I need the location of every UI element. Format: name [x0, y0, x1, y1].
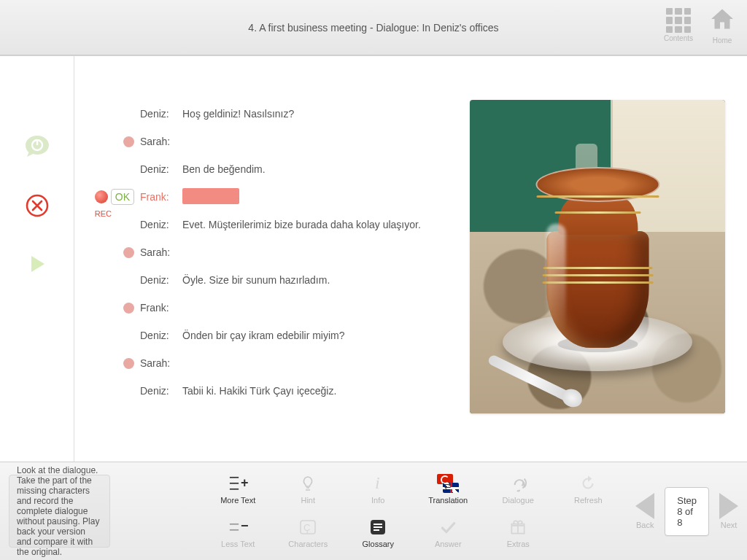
top-bar: 4. A first business meeting - Dialogue: …	[0, 0, 747, 55]
next-button[interactable]: Next	[719, 493, 738, 529]
characters-label: Characters	[288, 540, 328, 548]
dialogue-row: RECOKFrank:	[89, 183, 448, 211]
svg-text:Ç: Ç	[303, 522, 310, 533]
refresh-button[interactable]: Refresh	[555, 469, 621, 510]
line-text: Evet. Müşterilerimiz bize burada daha ko…	[181, 219, 448, 230]
lesson-image	[470, 100, 725, 413]
info-button[interactable]: i Info	[345, 469, 411, 510]
next-label: Next	[721, 521, 738, 529]
answer-pill[interactable]	[182, 188, 239, 204]
record-cell	[89, 136, 140, 147]
speaker-label: Deniz:	[140, 108, 181, 120]
characters-button[interactable]: Ç Characters	[275, 513, 341, 553]
translation-label: Translation	[428, 496, 468, 505]
refresh-label: Refresh	[574, 496, 603, 505]
translation-flags-icon: ⇄	[437, 474, 459, 493]
record-cell: RECOK	[89, 189, 140, 205]
record-dot-icon[interactable]	[123, 358, 134, 369]
characters-icon: Ç	[297, 518, 319, 537]
line-text: Ben de beğendim.	[181, 163, 448, 175]
svg-rect-9	[374, 529, 379, 531]
extras-label: Extras	[507, 540, 530, 548]
dialogue-row: Deniz:Öyle. Size bir sunum hazırladım.	[89, 266, 448, 294]
record-cell	[89, 303, 140, 314]
instruction-box: Look at the dialogue. Take the part of t…	[9, 475, 110, 548]
dialogue-row: Sarah:	[89, 128, 448, 155]
refresh-icon	[577, 474, 599, 493]
check-icon	[437, 518, 459, 537]
dialogue-row: Deniz:Evet. Müşterilerimiz bize burada d…	[89, 211, 448, 238]
step-indicator[interactable]: Step 8 of 8	[665, 487, 709, 536]
glossary-label: Glossary	[363, 540, 394, 548]
page-title: 4. A first business meeting - Dialogue: …	[248, 22, 498, 34]
play-button[interactable]	[23, 249, 52, 279]
plus-icon: +	[241, 475, 249, 491]
line-text: Tabii ki. Hakiki Türk Çayı içeceğiz.	[181, 385, 448, 397]
speaker-label: Deniz:	[140, 330, 181, 341]
speaker-label: Sarah:	[140, 357, 181, 369]
dialogue-button[interactable]: Dialogue	[485, 469, 551, 510]
answer-label: Answer	[435, 540, 462, 548]
arrow-left-icon	[635, 493, 654, 519]
speaker-label: Deniz:	[140, 385, 181, 397]
record-dot-icon[interactable]	[123, 136, 134, 147]
extras-button[interactable]: Extras	[485, 513, 551, 553]
record-dot-icon[interactable]	[123, 303, 134, 314]
less-text-icon: ━━━━	[230, 521, 239, 533]
arrow-right-icon	[719, 493, 738, 519]
tool-grid: ━━━━━━+ More Text Hint i Info ⇄ Translat…	[125, 469, 621, 553]
record-dot-icon[interactable]	[123, 247, 134, 258]
record-cell	[89, 358, 140, 369]
more-text-button[interactable]: ━━━━━━+ More Text	[205, 469, 271, 510]
home-icon	[709, 6, 735, 35]
less-text-button[interactable]: ━━━━− Less Text	[205, 513, 271, 553]
cancel-button[interactable]	[23, 191, 52, 220]
hint-label: Hint	[301, 496, 315, 505]
more-text-label: More Text	[220, 496, 255, 505]
ok-button[interactable]: OK	[111, 189, 134, 205]
speaker-label: Deniz:	[140, 219, 181, 230]
minus-icon: −	[241, 518, 249, 534]
lightbulb-icon	[297, 474, 319, 493]
content-area: Deniz:Hoş geldiniz! Nasılsınız?Sarah:Den…	[0, 55, 747, 462]
playback-toggle-button[interactable]	[23, 133, 52, 162]
dialogue-row: Frank:	[89, 294, 448, 322]
info-label: Info	[371, 496, 384, 505]
top-right-controls: Contents Home	[664, 6, 735, 44]
grid-icon	[666, 8, 691, 33]
dialogue-row: Deniz:Önden bir çay ikram edebilir miyim…	[89, 322, 448, 349]
dialogue-row: Sarah:	[89, 349, 448, 377]
translation-button[interactable]: ⇄ Translation	[415, 469, 481, 510]
bottom-bar: Look at the dialogue. Take the part of t…	[0, 462, 747, 560]
back-button[interactable]: Back	[635, 493, 654, 529]
home-button[interactable]: Home	[709, 6, 735, 44]
record-indicator-icon[interactable]	[95, 190, 108, 203]
home-label: Home	[713, 36, 732, 44]
line-text	[181, 188, 448, 206]
left-rail	[0, 56, 74, 462]
answer-button[interactable]: Answer	[415, 513, 481, 553]
hint-button[interactable]: Hint	[275, 469, 341, 510]
speaker-label: Deniz:	[140, 163, 181, 175]
glossary-button[interactable]: Glossary	[345, 513, 411, 553]
speaker-label: Frank:	[140, 302, 181, 314]
svg-text:i: i	[375, 474, 380, 492]
line-text: Öyle. Size bir sunum hazırladım.	[181, 274, 448, 286]
glossary-icon	[367, 518, 389, 537]
audio-ear-icon	[507, 474, 529, 493]
dialogue-row: Sarah:	[89, 238, 448, 266]
svg-rect-7	[374, 524, 382, 525]
contents-button[interactable]: Contents	[664, 8, 693, 42]
back-label: Back	[636, 521, 654, 529]
speaker-label: Sarah:	[140, 136, 181, 147]
dialogue-row: Deniz:Hoş geldiniz! Nasılsınız?	[89, 100, 448, 128]
dialogue-row: Deniz:Ben de beğendim.	[89, 155, 448, 183]
lesson-image-column	[470, 100, 725, 447]
line-text: Önden bir çay ikram edebilir miyim?	[181, 330, 448, 341]
dialogue-label: Dialogue	[503, 496, 534, 505]
speech-power-icon	[23, 133, 52, 162]
info-icon: i	[367, 474, 389, 493]
play-icon	[27, 254, 47, 274]
gift-icon	[507, 518, 529, 537]
speaker-label: Sarah:	[140, 246, 181, 258]
